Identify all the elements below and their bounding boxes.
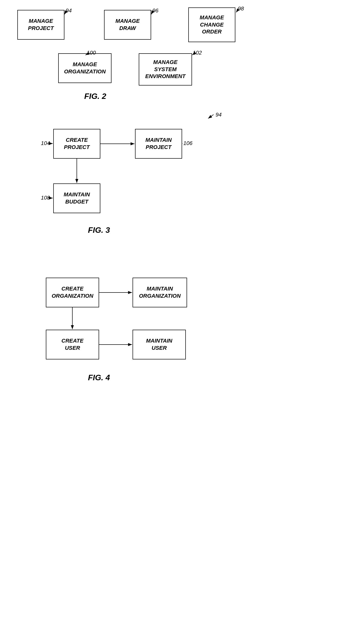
maintain-budget-label: MAINTAIN BUDGET [64,191,90,205]
create-user-box: CREATE USER [46,330,99,360]
manage-project-label: MANAGE PROJECT [28,18,54,32]
manage-system-environment-box: MANAGE SYSTEM ENVIRONMENT [139,53,192,86]
manage-organization-label: MANAGE ORGANIZATION [64,61,105,75]
fig3-title: FIG. 3 [88,226,110,235]
fig4-section: CREATE ORGANIZATION MAINTAIN ORGANIZATIO… [0,258,358,406]
maintain-project-box: MAINTAIN PROJECT [135,129,182,159]
label-100: 100 [87,50,96,56]
maintain-organization-label: MAINTAIN ORGANIZATION [139,285,181,300]
fig2-title: FIG. 2 [84,92,106,101]
fig4-title: FIG. 4 [88,373,110,382]
label-106: 106 [183,140,193,146]
create-organization-label: CREATE ORGANIZATION [51,285,93,300]
manage-project-box: MANAGE PROJECT [17,10,64,40]
create-project-box: CREATE PROJECT [53,129,100,159]
fig2-section: MANAGE PROJECT 94 MANAGE DRAW 96 MANAGE … [0,0,358,104]
svg-line-7 [208,114,214,118]
manage-organization-box: MANAGE ORGANIZATION [58,53,111,83]
create-user-label: CREATE USER [61,337,83,352]
manage-change-order-label: MANAGE CHANGE ORDER [200,14,224,36]
manage-change-order-box: MANAGE CHANGE ORDER [188,8,235,42]
maintain-budget-box: MAINTAIN BUDGET [53,184,100,213]
manage-draw-label: MANAGE DRAW [115,18,140,32]
fig3-section: 94 CREATE PROJECT 104 MAINTAIN PROJECT 1… [0,104,358,258]
label-94: 94 [66,8,72,14]
label-96: 96 [152,8,158,14]
create-organization-box: CREATE ORGANIZATION [46,278,99,307]
label-102: 102 [193,50,202,56]
create-project-label: CREATE PROJECT [64,136,90,151]
label-98: 98 [238,6,244,12]
maintain-user-label: MAINTAIN USER [146,337,172,352]
manage-draw-box: MANAGE DRAW [104,10,151,40]
maintain-user-box: MAINTAIN USER [133,330,186,360]
fig3-ref-94: 94 [216,112,222,118]
maintain-project-label: MAINTAIN PROJECT [145,136,172,151]
manage-system-environment-label: MANAGE SYSTEM ENVIRONMENT [145,59,186,80]
label-104: 104 [41,140,50,146]
label-108: 108 [41,194,50,201]
maintain-organization-box: MAINTAIN ORGANIZATION [133,278,187,307]
